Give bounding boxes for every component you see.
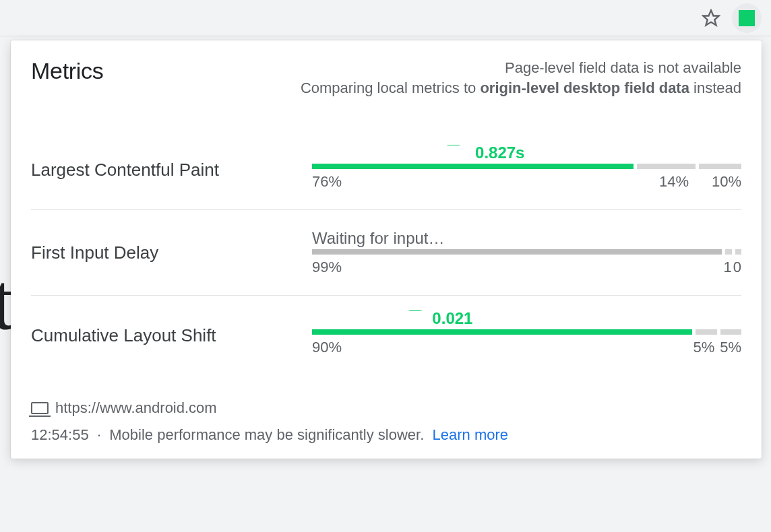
bar-segment-good [312,329,692,335]
subtitle-line2-pre: Comparing local metrics to [301,79,481,96]
footer-note-row: 12:54:55 · Mobile performance may be sig… [31,426,741,444]
bar-segment-poor [735,249,741,255]
metric-label: First Input Delay [31,242,297,263]
panel-header: Metrics Page-level field data is not ava… [31,58,741,98]
metric-chart: 0.827s 76% 14% 10% [312,149,741,191]
browser-toolbar [0,0,771,36]
percent-good: 99% [312,259,342,276]
percent-poor: 5% [720,339,741,356]
svg-marker-0 [703,10,718,25]
bar-segment-poor [699,164,741,169]
distribution-bar [312,329,741,335]
metric-chart: Waiting for input… 99% 1 0 [312,229,741,276]
bookmark-star-button[interactable] [700,7,722,30]
metric-row-lcp: Largest Contentful Paint 0.827s 76% 14% [31,130,741,210]
bar-segment-ni [696,329,716,335]
separator-dot: · [97,426,101,443]
bar-segment-good [312,249,722,255]
percent-labels: 90% 5% 5% [312,339,741,356]
marker-dot-icon [447,145,460,145]
percent-labels: 99% 1 0 [312,259,741,276]
marker-dot-icon [408,310,422,311]
percent-ni: 5% [693,339,714,356]
metric-waiting: Waiting for input… [312,229,741,248]
page-url: https://www.android.com [55,399,217,417]
percent-poor: 10% [712,173,741,191]
subtitle-line2-bold: origin-level desktop field data [480,79,689,96]
bar-segment-ni [637,164,696,169]
bar-segment-ni [725,249,731,255]
percent-ni: 14% [659,173,689,191]
percent-ni: 1 [724,259,732,276]
extension-button[interactable] [732,3,762,33]
performance-note: Mobile performance may be significantly … [109,426,424,443]
subtitle-line2-post: instead [689,79,741,96]
percent-labels: 76% 14% 10% [312,173,741,191]
percent-poor: 0 [733,259,741,276]
panel-subtitle: Page-level field data is not available C… [301,58,741,98]
percent-good: 90% [312,339,342,356]
extension-icon [739,10,755,26]
metric-value: 0.021 [432,309,472,328]
metric-row-fid: First Input Delay Waiting for input… 99%… [31,210,741,296]
web-vitals-panel: Metrics Page-level field data is not ava… [11,40,762,459]
timestamp: 12:54:55 [31,426,89,443]
distribution-bar [312,249,741,255]
metric-value: 0.827s [475,143,524,162]
metrics-list: Largest Contentful Paint 0.827s 76% 14% [31,130,741,375]
footer-url-row: https://www.android.com [31,399,741,417]
bar-segment-poor [720,329,741,335]
bar-segment-good [312,164,634,169]
panel-title: Metrics [31,58,103,84]
percent-good: 76% [312,173,342,191]
metric-label: Largest Contentful Paint [31,160,297,180]
panel-footer: https://www.android.com 12:54:55 · Mobil… [31,399,741,444]
metric-chart: 0.021 90% 5% 5% [312,314,741,356]
metric-label: Cumulative Layout Shift [31,325,297,346]
metric-row-cls: Cumulative Layout Shift 0.021 90% 5% [31,296,741,375]
distribution-bar [312,164,741,169]
learn-more-link[interactable]: Learn more [433,426,509,443]
subtitle-line2: Comparing local metrics to origin-level … [301,78,741,98]
subtitle-line1: Page-level field data is not available [301,58,741,78]
laptop-icon [31,402,49,414]
star-icon [702,9,720,28]
